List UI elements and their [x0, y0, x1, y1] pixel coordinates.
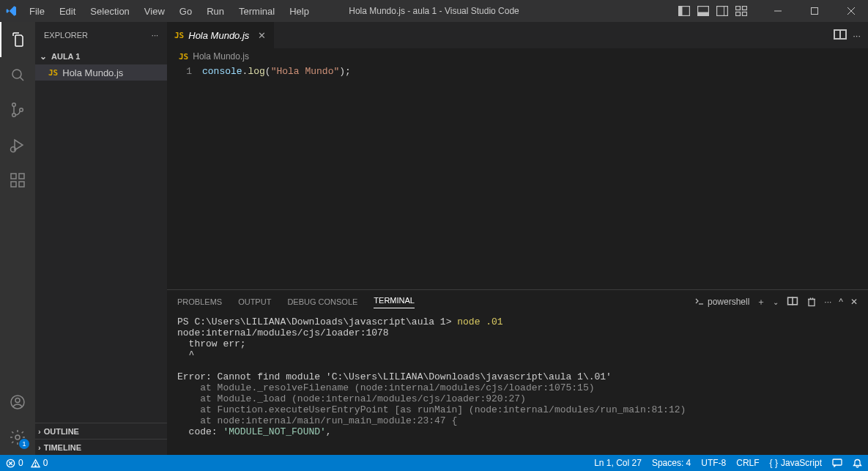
terminal-new-icon[interactable]: ＋ [757, 296, 765, 308]
window-close-button[interactable] [834, 0, 868, 22]
terminal-line: at Module._load (node:internal/modules/c… [177, 393, 526, 404]
tab-close-icon[interactable]: ✕ [258, 30, 266, 41]
prompt-prefix: PS C:\Users\LILIANA\Downloads\javascript… [177, 316, 457, 327]
svg-line-15 [21, 78, 24, 81]
svg-rect-8 [736, 12, 741, 16]
activity-accounts[interactable] [0, 385, 35, 420]
panel: PROBLEMS OUTPUT DEBUG CONSOLE TERMINAL p… [167, 289, 868, 455]
layout-toggle-bottom-icon[interactable] [695, 3, 711, 19]
js-file-icon: JS [179, 52, 188, 62]
outline-section[interactable]: › OUTLINE [35, 423, 167, 439]
editor-tab[interactable]: JS Hola Mundo.js ✕ [167, 22, 274, 48]
terminal-line: at Module._resolveFilename (node:interna… [177, 382, 595, 393]
svg-rect-24 [19, 174, 24, 179]
status-encoding[interactable]: UTF-8 [701, 458, 726, 468]
terminal-kill-icon[interactable] [806, 297, 817, 307]
layout-toggle-right-icon[interactable] [714, 3, 730, 19]
window-minimize-button[interactable] [761, 0, 795, 22]
timeline-label: TIMELINE [44, 443, 81, 452]
line-number: 1 [167, 66, 192, 77]
menu-go[interactable]: Go [174, 3, 198, 20]
svg-rect-1 [679, 7, 683, 16]
svg-rect-4 [717, 7, 728, 16]
svg-rect-11 [812, 8, 818, 15]
terminal-line: at Function.executeUserEntryPoint [as ru… [177, 404, 686, 415]
panel-tabs: PROBLEMS OUTPUT DEBUG CONSOLE TERMINAL p… [167, 290, 868, 314]
chevron-down-icon: ⌄ [38, 51, 48, 62]
activity-settings[interactable]: 1 [0, 420, 35, 455]
layout-customize-icon[interactable] [733, 3, 749, 19]
chevron-right-icon: › [38, 427, 41, 436]
svg-point-17 [12, 114, 16, 117]
panel-maximize-icon[interactable]: ^ [839, 297, 843, 307]
menu-view[interactable]: View [138, 3, 171, 20]
vscode-logo-icon [6, 5, 18, 17]
status-feedback-icon[interactable] [832, 459, 842, 467]
svg-point-27 [15, 435, 20, 440]
activity-bar: 1 [0, 22, 35, 455]
terminal-line: node:internal/modules/cjs/loader:1078 [177, 327, 389, 338]
activity-explorer[interactable] [0, 22, 35, 57]
panel-tab-debug[interactable]: DEBUG CONSOLE [287, 297, 357, 306]
split-editor-icon[interactable] [834, 29, 847, 42]
folder-header[interactable]: ⌄ AULA 1 [35, 48, 167, 64]
chevron-down-icon[interactable]: ⌄ [773, 298, 779, 306]
terminal-code-label: code: [177, 426, 223, 437]
explorer-more-icon[interactable]: ··· [152, 31, 158, 40]
status-notifications-icon[interactable] [853, 459, 862, 468]
status-bar: 0 0 Ln 1, Col 27 Spaces: 4 UTF-8 CRLF { … [0, 455, 868, 471]
svg-point-26 [15, 398, 20, 403]
tab-label: Hola Mundo.js [188, 30, 249, 41]
menu-run[interactable]: Run [201, 3, 230, 20]
menu-file[interactable]: File [23, 3, 51, 20]
window-maximize-button[interactable] [798, 0, 831, 22]
sidebar-title: EXPLORER [44, 31, 88, 40]
status-eol[interactable]: CRLF [736, 458, 759, 468]
outline-label: OUTLINE [44, 427, 79, 436]
activity-search[interactable] [0, 57, 35, 92]
js-file-icon: JS [174, 31, 184, 40]
editor-more-icon[interactable]: ··· [853, 30, 861, 41]
svg-point-14 [12, 70, 21, 78]
svg-rect-23 [19, 182, 24, 187]
svg-rect-9 [743, 12, 747, 16]
braces-icon: { } [770, 458, 778, 468]
breadcrumb[interactable]: JS Hola Mundo.js [167, 48, 868, 64]
sidebar: EXPLORER ··· ⌄ AULA 1 JS Hola Mundo.js ›… [35, 22, 167, 455]
terminal-body[interactable]: PS C:\Users\LILIANA\Downloads\javascript… [167, 314, 868, 455]
code-editor[interactable]: 1 console.log("Hola Mundo"); [167, 64, 868, 289]
status-ln-col[interactable]: Ln 1, Col 27 [594, 458, 642, 468]
layout-toggle-left-icon[interactable] [676, 3, 692, 19]
terminal-line: Error: Cannot find module 'C:\Users\LILI… [177, 371, 612, 382]
panel-more-icon[interactable]: ··· [824, 297, 831, 307]
panel-close-icon[interactable]: ✕ [850, 297, 858, 307]
breadcrumb-label: Hola Mundo.js [193, 51, 249, 62]
errors-count: 0 [18, 458, 23, 468]
svg-rect-5 [724, 7, 728, 16]
menu-selection[interactable]: Selection [84, 3, 135, 20]
status-spaces[interactable]: Spaces: 4 [652, 458, 691, 468]
chevron-right-icon: › [38, 443, 41, 452]
settings-badge: 1 [19, 439, 29, 449]
activity-source-control[interactable] [0, 92, 35, 127]
folder-name: AULA 1 [51, 52, 80, 61]
panel-tab-terminal[interactable]: TERMINAL [374, 296, 415, 308]
status-errors[interactable]: 0 0 [6, 458, 48, 468]
terminal-profile[interactable]: powershell [694, 297, 749, 307]
menu-help[interactable]: Help [283, 3, 315, 20]
svg-rect-3 [698, 12, 709, 16]
terminal-line: throw err; [177, 338, 246, 349]
menu-bar: File Edit Selection View Go Run Terminal… [23, 3, 315, 20]
timeline-section[interactable]: › TIMELINE [35, 439, 167, 455]
terminal-split-icon[interactable] [786, 296, 799, 308]
panel-tab-problems[interactable]: PROBLEMS [177, 297, 222, 306]
svg-point-18 [20, 108, 23, 112]
panel-tab-output[interactable]: OUTPUT [238, 297, 271, 306]
status-language[interactable]: { } JavaScript [770, 458, 822, 468]
activity-extensions[interactable] [0, 163, 35, 198]
menu-edit[interactable]: Edit [53, 3, 81, 20]
title-bar: File Edit Selection View Go Run Terminal… [0, 0, 868, 22]
activity-debug[interactable] [0, 127, 35, 163]
file-item[interactable]: JS Hola Mundo.js [35, 64, 167, 81]
menu-terminal[interactable]: Terminal [233, 3, 281, 20]
